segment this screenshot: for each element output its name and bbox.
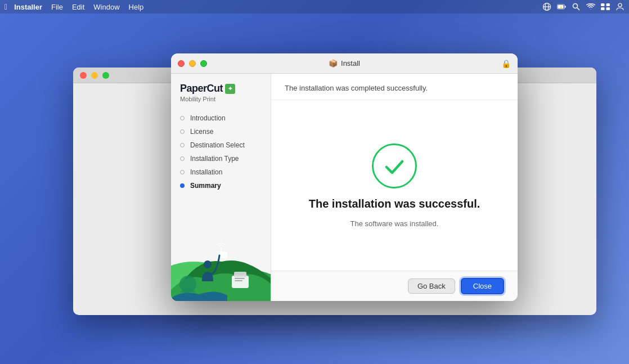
illustration-svg — [171, 211, 271, 301]
close-button[interactable]: Close — [461, 278, 504, 294]
titlebar-title: 📦 Install — [329, 59, 360, 68]
svg-rect-11 — [601, 7, 605, 10]
svg-rect-10 — [606, 3, 610, 6]
notification-icon[interactable] — [615, 2, 624, 11]
sidebar: PaperCut ✦ Mobility Print Introduction L… — [171, 74, 271, 301]
brand-name: PaperCut — [180, 83, 223, 95]
nav-dot-destination — [180, 143, 185, 147]
nav-label-summary: Summary — [190, 182, 221, 190]
main-content: The installation was completed successfu… — [271, 74, 518, 301]
go-back-button[interactable]: Go Back — [408, 278, 455, 294]
menubar:  Installer File Edit Window Help ⚡ — [0, 0, 629, 14]
search-icon[interactable] — [572, 2, 581, 11]
header-text: The installation was completed successfu… — [285, 84, 428, 92]
sidebar-illustration — [171, 211, 271, 301]
menu-file[interactable]: File — [51, 3, 63, 11]
window-body: PaperCut ✦ Mobility Print Introduction L… — [171, 74, 518, 301]
svg-rect-9 — [601, 3, 605, 6]
nav-item-summary[interactable]: Summary — [171, 179, 271, 192]
nav-dot-license — [180, 129, 185, 134]
minimize-traffic-light[interactable] — [189, 60, 196, 67]
nav-label-installation: Installation — [190, 168, 222, 176]
lock-icon: 🔒 — [501, 59, 511, 68]
svg-point-19 — [204, 260, 212, 268]
svg-rect-23 — [235, 280, 242, 281]
svg-point-13 — [618, 3, 622, 7]
brand-icon: ✦ — [225, 84, 235, 94]
success-title: The installation was successful. — [309, 197, 480, 210]
menu-window[interactable]: Window — [93, 3, 119, 11]
app-name[interactable]: Installer — [14, 3, 42, 11]
nav-item-installation[interactable]: Installation — [171, 165, 271, 179]
svg-rect-22 — [235, 278, 245, 279]
svg-line-8 — [577, 8, 579, 10]
nav-item-license[interactable]: License — [171, 125, 271, 138]
nav-dot-summary — [180, 183, 185, 188]
titlebar: 📦 Install 🔒 — [171, 53, 518, 74]
maximize-traffic-light[interactable] — [200, 60, 207, 67]
bg-close-button[interactable] — [80, 72, 87, 79]
control-center-icon[interactable] — [601, 2, 610, 11]
nav-label-introduction: Introduction — [190, 114, 226, 122]
success-subtitle: The software was installed. — [351, 219, 439, 228]
main-body: The installation was successful. The sof… — [271, 100, 518, 271]
nav-dot-installation-type — [180, 156, 185, 161]
success-circle — [372, 143, 417, 188]
svg-rect-12 — [606, 7, 610, 10]
nav-label-destination: Destination Select — [190, 141, 245, 149]
globe-icon[interactable] — [542, 2, 551, 11]
main-footer: Go Back Close — [271, 271, 518, 301]
battery-icon[interactable]: ⚡ — [557, 2, 566, 11]
wifi-icon[interactable] — [586, 2, 595, 11]
menu-edit[interactable]: Edit — [72, 3, 84, 11]
svg-text:⚡: ⚡ — [559, 6, 563, 10]
papercut-logo: PaperCut ✦ — [180, 83, 262, 95]
apple-menu[interactable]:  — [5, 2, 7, 11]
svg-rect-4 — [565, 6, 566, 8]
nav-item-installation-type[interactable]: Installation Type — [171, 152, 271, 165]
title-text: Install — [341, 59, 360, 68]
brand-subtitle: Mobility Print — [180, 96, 262, 102]
sidebar-brand: PaperCut ✦ Mobility Print — [171, 74, 271, 107]
menubar-right-icons: ⚡ — [542, 2, 624, 11]
traffic-lights — [178, 60, 207, 67]
svg-rect-21 — [234, 272, 246, 277]
nav-dot-installation — [180, 170, 185, 174]
nav-item-introduction[interactable]: Introduction — [171, 111, 271, 125]
close-traffic-light[interactable] — [178, 60, 185, 67]
menu-help[interactable]: Help — [129, 3, 144, 11]
svg-rect-20 — [232, 276, 249, 288]
installer-window: 📦 Install 🔒 PaperCut ✦ Mobility Print In… — [171, 53, 518, 301]
nav-dot-introduction — [180, 116, 185, 120]
svg-rect-18 — [221, 247, 222, 251]
main-header: The installation was completed successfu… — [271, 74, 518, 100]
bg-maximize-button[interactable] — [102, 72, 109, 79]
svg-point-7 — [573, 4, 578, 8]
checkmark-svg — [381, 152, 408, 179]
nav-label-installation-type: Installation Type — [190, 155, 239, 163]
nav-label-license: License — [190, 128, 213, 136]
title-icon: 📦 — [329, 59, 338, 68]
bg-minimize-button[interactable] — [91, 72, 98, 79]
sidebar-nav: Introduction License Destination Select … — [171, 107, 271, 211]
nav-item-destination[interactable]: Destination Select — [171, 138, 271, 152]
